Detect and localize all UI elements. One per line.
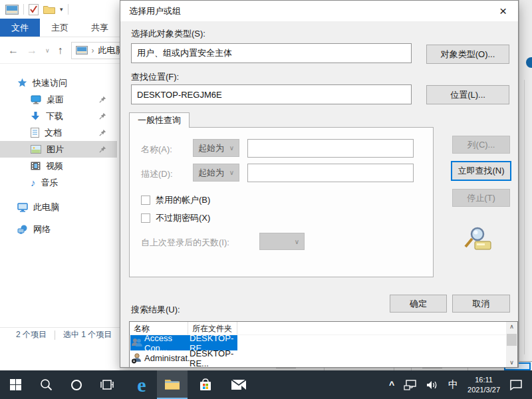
scrollbar-thumb[interactable] (507, 334, 517, 346)
description-label: 描述(D): (141, 168, 173, 180)
name-condition-combo: 起始为 ∨ (193, 139, 239, 157)
background-window-right-sliver (519, 0, 532, 361)
tab-home[interactable]: 主页 (40, 19, 80, 37)
edge-icon: e (137, 375, 146, 395)
sidebar-item-music[interactable]: ♪ 音乐 (0, 174, 117, 191)
object-type-label: 选择此对象类型(S): (131, 28, 205, 40)
status-separator (55, 331, 55, 340)
recent-locations-dropdown-icon[interactable]: ∨ (45, 47, 50, 54)
mail-button[interactable] (223, 370, 254, 399)
volume-tray-icon[interactable] (426, 380, 439, 390)
sidebar-label: 此电脑 (33, 201, 59, 213)
days-since-logon-label: 自上次登录后的天数(I): (141, 237, 229, 249)
non-expiring-password-label: 不过期密码(X) (156, 212, 210, 224)
locations-button[interactable]: 位置(L)... (426, 85, 509, 104)
edge-button[interactable]: e (126, 370, 157, 399)
days-since-logon-combo: ∨ (259, 233, 305, 250)
result-folder: DESKTOP-RE... (188, 348, 236, 368)
cortana-icon (70, 379, 82, 391)
tab-file[interactable]: 文件 (0, 19, 40, 37)
non-expiring-password-checkbox-row: 不过期密码(X) (141, 212, 210, 224)
new-folder-icon[interactable] (43, 5, 55, 14)
back-button[interactable]: ← (8, 45, 19, 56)
pictures-icon (31, 145, 41, 154)
description-input (247, 164, 414, 182)
dialog-title: 选择用户或组 (129, 5, 181, 17)
network-tray-icon[interactable] (404, 380, 417, 390)
chevron-down-icon: ∨ (229, 144, 234, 152)
forward-button[interactable]: → (27, 45, 37, 56)
sidebar-item-downloads[interactable]: 下载 (0, 108, 117, 124)
object-type-field[interactable]: 用户、组或内置安全主体 (131, 43, 412, 63)
system-tray: ^ 中 16:11 2021/3/27 (389, 370, 532, 399)
qat-customize-icon[interactable]: ▾ (60, 6, 63, 13)
downloads-icon (31, 111, 41, 121)
background-blue-icon (526, 57, 532, 68)
result-name: Access Con... (144, 333, 188, 353)
action-center-icon[interactable] (509, 379, 523, 390)
selected-count: 选中 1 个项目 (63, 329, 112, 340)
file-explorer-icon (164, 378, 180, 390)
start-button[interactable] (0, 370, 31, 399)
items-count: 2 个项目 (16, 329, 47, 340)
sidebar-item-videos[interactable]: 视频 (0, 158, 117, 174)
properties-check-icon[interactable] (29, 4, 39, 15)
location-value: DESKTOP-REGJM6E (137, 90, 222, 100)
sidebar-item-quick-access[interactable]: 快速访问 (0, 74, 117, 91)
desktop-icon (31, 95, 41, 104)
sidebar-item-desktop[interactable]: 桌面 (0, 91, 117, 108)
mail-icon (231, 379, 247, 390)
windows-logo-icon (10, 379, 21, 390)
stop-button[interactable]: 停止(T) (452, 189, 510, 207)
sidebar-item-documents[interactable]: 文档 (0, 124, 117, 141)
cortana-button[interactable] (61, 370, 92, 399)
dialog-titlebar[interactable]: 选择用户或组 (120, 1, 518, 21)
pin-icon (99, 95, 106, 105)
chevron-down-icon: ∨ (229, 169, 234, 176)
tab-share[interactable]: 共享 (80, 19, 120, 37)
ime-indicator[interactable]: 中 (448, 378, 458, 391)
common-queries-panel: 名称(A): 起始为 ∨ 描述(D): 起始为 ∨ 禁用的帐户(B) 不过期密码… (129, 127, 434, 277)
scroll-down-icon[interactable]: ∨ (509, 359, 514, 366)
store-button[interactable] (190, 370, 221, 399)
sidebar-label: 文档 (45, 127, 62, 139)
disabled-accounts-checkbox (141, 196, 150, 205)
non-expiring-password-checkbox (141, 213, 150, 223)
search-magnifier-icon (463, 225, 493, 255)
object-type-value: 用户、组或内置安全主体 (137, 47, 232, 59)
navigation-pane: 快速访问 桌面 下载 文档 图片 视频 ♪ 音乐 (0, 65, 117, 356)
tab-common-queries[interactable]: 一般性查询 (129, 112, 190, 128)
file-explorer-button[interactable] (157, 370, 188, 399)
folder-thumbnail-icon (5, 5, 19, 15)
sidebar-label: 视频 (46, 160, 63, 172)
sidebar-item-this-pc[interactable]: 此电脑 (0, 199, 117, 215)
result-name: Administrat... (144, 353, 188, 363)
find-now-button[interactable]: 立即查找(N) (451, 161, 511, 181)
hidden-icons-chevron-icon[interactable]: ^ (389, 380, 394, 390)
close-icon[interactable]: × (488, 1, 518, 21)
ok-button[interactable]: 确定 (390, 295, 447, 313)
network-icon (17, 225, 28, 234)
location-field[interactable]: DESKTOP-REGJM6E (131, 84, 412, 104)
search-icon (40, 378, 53, 391)
sidebar-label: 音乐 (41, 177, 59, 189)
group-icon (131, 337, 143, 350)
task-view-button[interactable] (92, 370, 122, 399)
scroll-up-icon[interactable]: ∧ (509, 323, 514, 330)
sidebar-label: 快速访问 (33, 77, 67, 89)
result-row-administrator[interactable]: Administrat... DESKTOP-RE... (130, 350, 517, 366)
sidebar-item-network[interactable]: 网络 (0, 221, 117, 237)
columns-button[interactable]: 列(C)... (452, 136, 510, 154)
user-disabled-icon (131, 352, 143, 366)
sidebar-label: 图片 (47, 144, 64, 156)
clock[interactable]: 16:11 2021/3/27 (467, 375, 500, 395)
search-results-list[interactable]: 名称 所在文件夹 Access Con... DESKTOP-RE... Adm… (129, 321, 518, 368)
up-button[interactable]: ↑ (58, 45, 63, 56)
store-icon (198, 378, 213, 392)
sidebar-label: 桌面 (47, 94, 64, 106)
object-types-button[interactable]: 对象类型(O)... (426, 45, 509, 64)
sidebar-item-pictures[interactable]: 图片 (0, 141, 117, 158)
search-button[interactable] (31, 370, 61, 399)
cancel-button[interactable]: 取消 (452, 295, 510, 313)
quick-access-star-icon (17, 78, 27, 88)
